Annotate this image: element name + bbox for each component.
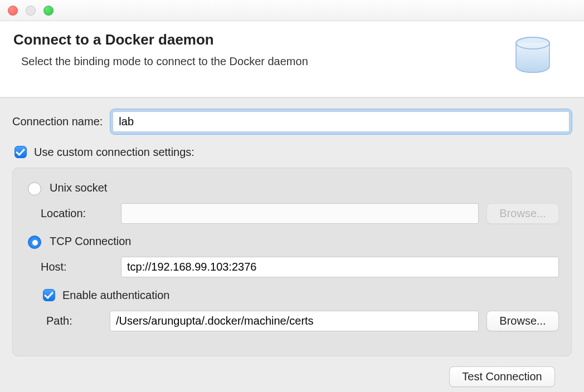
connection-name-row: Connection name:	[12, 109, 572, 134]
window-controls	[8, 6, 53, 16]
tcp-radio-row: TCP Connection	[25, 234, 559, 249]
tcp-host-row: Host:	[41, 257, 559, 277]
enable-auth-row: Enable authentication	[41, 287, 559, 303]
dialog-title: Connect to a Docker daemon	[13, 31, 505, 48]
tcp-browse-button[interactable]: Browse...	[486, 311, 559, 331]
dialog-footer: Test Connection	[12, 356, 572, 387]
tcp-label: TCP Connection	[50, 235, 131, 248]
tcp-radio[interactable]	[28, 236, 41, 249]
tcp-path-label: Path:	[46, 315, 102, 327]
test-connection-button[interactable]: Test Connection	[449, 366, 555, 387]
connection-name-label: Connection name:	[12, 115, 103, 128]
tcp-path-input[interactable]	[110, 311, 479, 331]
unix-location-row: Location: Browse...	[41, 203, 559, 224]
dialog-body: Connection name: Use custom connection s…	[0, 98, 584, 392]
zoom-window-icon[interactable]	[43, 6, 53, 16]
unix-location-input	[121, 203, 479, 224]
minimize-window-icon[interactable]	[26, 6, 36, 16]
tcp-host-label: Host:	[41, 261, 113, 273]
connection-name-focus-ring	[110, 109, 572, 134]
dialog-subtitle: Select the binding mode to connect to th…	[21, 55, 505, 68]
use-custom-checkbox[interactable]	[14, 146, 27, 158]
tcp-auth-section: Enable authentication Path: Browse...	[41, 287, 559, 331]
unix-location-label: Location:	[41, 207, 113, 220]
dialog-header: Connect to a Docker daemon Select the bi…	[0, 21, 584, 98]
unix-socket-radio-row: Unix socket	[25, 180, 559, 195]
tcp-path-row: Path: Browse...	[46, 311, 559, 331]
connection-name-input[interactable]	[113, 111, 570, 132]
use-custom-label: Use custom connection settings:	[34, 146, 194, 159]
titlebar	[0, 0, 584, 21]
database-icon	[505, 29, 561, 85]
tcp-host-input[interactable]	[121, 257, 559, 277]
enable-auth-label: Enable authentication	[62, 289, 169, 302]
unix-socket-label: Unix socket	[50, 182, 107, 194]
unix-browse-button: Browse...	[486, 203, 559, 224]
enable-auth-checkbox[interactable]	[43, 289, 55, 301]
use-custom-row: Use custom connection settings:	[12, 144, 572, 160]
unix-socket-radio[interactable]	[28, 182, 41, 195]
close-window-icon[interactable]	[8, 6, 18, 16]
connection-settings-group: Unix socket Location: Browse... TCP Conn…	[12, 168, 572, 356]
